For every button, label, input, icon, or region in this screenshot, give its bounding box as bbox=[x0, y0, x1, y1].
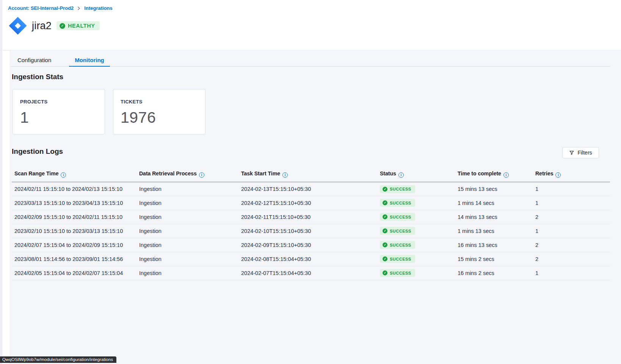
breadcrumb-integrations-link[interactable]: Integrations bbox=[84, 5, 112, 11]
stat-card-tickets: TICKETS 1976 bbox=[113, 89, 205, 134]
browser-link-preview: QwqOSllWp9ob7w/module/sei/configuration/… bbox=[0, 356, 116, 363]
cell-status: ✓ SUCCESS bbox=[380, 182, 458, 196]
check-icon: ✓ bbox=[60, 23, 65, 29]
status-success-badge: ✓ SUCCESS bbox=[380, 255, 415, 263]
cell-data-retrieval-process: Ingestion bbox=[139, 266, 241, 280]
cell-time-to-complete: 16 mins 2 secs bbox=[458, 266, 535, 280]
cell-task-start-time: 2024-02-09T15:15:10+05:30 bbox=[241, 238, 380, 252]
ingestion-stats-heading: Ingestion Stats bbox=[12, 73, 63, 81]
status-success-badge: ✓ SUCCESS bbox=[380, 185, 415, 193]
integration-title-row: jira2 ✓ HEALTHY bbox=[8, 15, 100, 36]
cell-scan-range-time: 2024/02/09 15:15:10 to 2024/02/11 15:15:… bbox=[12, 210, 139, 224]
cell-task-start-time: 2024-02-07T15:15:04+05:30 bbox=[241, 266, 380, 280]
cell-scan-range-time: 2024/02/07 15:15:04 to 2024/02/09 15:15:… bbox=[12, 238, 139, 252]
health-status-badge: ✓ HEALTHY bbox=[56, 21, 100, 30]
filters-button-label: Filters bbox=[577, 150, 592, 156]
status-text: SUCCESS bbox=[390, 187, 411, 191]
cell-time-to-complete: 1 mins 13 secs bbox=[458, 224, 535, 238]
cell-data-retrieval-process: Ingestion bbox=[139, 238, 241, 252]
col-task-start-time: Task Start Timei bbox=[241, 167, 380, 182]
stat-card-value: 1 bbox=[20, 109, 105, 127]
collapsed-nav-edge bbox=[0, 0, 2, 364]
logs-table-header-row: Scan Range Timei Data Retrieval Processi… bbox=[12, 167, 610, 182]
status-text: SUCCESS bbox=[390, 243, 411, 247]
cell-scan-range-time: 2023/02/10 15:15:10 to 2023/03/13 15:15:… bbox=[12, 224, 139, 238]
stat-card-projects: PROJECTS 1 bbox=[13, 89, 105, 134]
log-table-row: 2024/02/11 15:15:10 to 2024/02/13 15:15:… bbox=[12, 182, 610, 196]
status-text: SUCCESS bbox=[390, 215, 411, 219]
col-status: Statusi bbox=[380, 167, 458, 182]
jira-logo-icon bbox=[8, 16, 28, 36]
col-label: Scan Range Time bbox=[14, 170, 58, 177]
cell-time-to-complete: 15 mins 2 secs bbox=[458, 252, 535, 266]
cell-status: ✓ SUCCESS bbox=[380, 224, 458, 238]
filters-button[interactable]: Filters bbox=[562, 147, 599, 158]
check-icon: ✓ bbox=[383, 214, 387, 219]
integration-name: jira2 bbox=[32, 20, 52, 32]
breadcrumb: Account: SEI-Internal-Prod2 Integrations bbox=[8, 5, 113, 11]
log-table-row: 2023/02/10 15:15:10 to 2023/03/13 15:15:… bbox=[12, 224, 610, 238]
info-icon[interactable]: i bbox=[61, 172, 66, 178]
chevron-right-icon bbox=[77, 6, 81, 10]
cell-retries: 2 bbox=[535, 210, 610, 224]
cell-data-retrieval-process: Ingestion bbox=[139, 182, 241, 196]
cell-retries: 1 bbox=[535, 266, 610, 280]
cell-data-retrieval-process: Ingestion bbox=[139, 252, 241, 266]
log-table-row: 2024/02/07 15:15:04 to 2024/02/09 15:15:… bbox=[12, 238, 610, 252]
check-icon: ✓ bbox=[383, 270, 387, 275]
cell-task-start-time: 2024-02-12T15:15:10+05:30 bbox=[241, 196, 380, 210]
col-label: Data Retrieval Process bbox=[139, 170, 197, 177]
log-table-row: 2024/02/05 15:15:04 to 2024/02/07 15:15:… bbox=[12, 266, 610, 280]
col-time-to-complete: Time to completei bbox=[458, 167, 535, 182]
filter-funnel-icon bbox=[569, 150, 574, 155]
cell-status: ✓ SUCCESS bbox=[380, 266, 458, 280]
info-icon[interactable]: i bbox=[199, 172, 204, 178]
status-text: SUCCESS bbox=[390, 201, 411, 205]
cell-data-retrieval-process: Ingestion bbox=[139, 224, 241, 238]
cell-retries: 1 bbox=[535, 224, 610, 238]
cell-retries: 2 bbox=[535, 238, 610, 252]
col-retries: Retriesi bbox=[535, 167, 610, 182]
info-icon[interactable]: i bbox=[555, 172, 561, 178]
log-table-row: 2023/03/13 15:15:10 to 2023/04/13 15:15:… bbox=[12, 196, 610, 210]
cell-retries: 2 bbox=[535, 252, 610, 266]
breadcrumb-account-link[interactable]: Account: SEI-Internal-Prod2 bbox=[8, 5, 74, 11]
health-status-text: HEALTHY bbox=[68, 23, 95, 29]
content-left-gutter bbox=[2, 51, 10, 364]
logs-table-body: 2024/02/11 15:15:10 to 2024/02/13 15:15:… bbox=[12, 182, 610, 280]
cell-status: ✓ SUCCESS bbox=[380, 210, 458, 224]
check-icon: ✓ bbox=[383, 256, 387, 261]
status-text: SUCCESS bbox=[390, 229, 411, 233]
status-success-badge: ✓ SUCCESS bbox=[380, 213, 415, 221]
check-icon: ✓ bbox=[383, 228, 387, 233]
check-icon: ✓ bbox=[383, 242, 387, 247]
status-success-badge: ✓ SUCCESS bbox=[380, 241, 415, 249]
status-success-badge: ✓ SUCCESS bbox=[380, 227, 415, 235]
cell-time-to-complete: 14 mins 13 secs bbox=[458, 210, 535, 224]
tab-configuration[interactable]: Configuration bbox=[12, 54, 57, 67]
tab-bar: Configuration Monitoring bbox=[11, 54, 610, 67]
col-label: Status bbox=[380, 170, 396, 177]
cell-scan-range-time: 2024/02/11 15:15:10 to 2024/02/13 15:15:… bbox=[12, 182, 139, 196]
cell-task-start-time: 2024-02-11T15:15:10+05:30 bbox=[241, 210, 380, 224]
cell-scan-range-time: 2024/02/05 15:15:04 to 2024/02/07 15:15:… bbox=[12, 266, 139, 280]
col-label: Time to complete bbox=[458, 170, 501, 177]
log-table-row: 2024/02/09 15:15:10 to 2024/02/11 15:15:… bbox=[12, 210, 610, 224]
cell-time-to-complete: 1 mins 14 secs bbox=[458, 196, 535, 210]
status-text: SUCCESS bbox=[390, 271, 411, 275]
col-data-retrieval-process: Data Retrieval Processi bbox=[139, 167, 241, 182]
check-icon: ✓ bbox=[383, 200, 387, 205]
stat-card-value: 1976 bbox=[121, 109, 205, 127]
info-icon[interactable]: i bbox=[503, 172, 509, 178]
cell-scan-range-time: 2023/08/01 15:14:56 to 2023/09/01 15:14:… bbox=[12, 252, 139, 266]
ingestion-logs-heading: Ingestion Logs bbox=[12, 147, 63, 156]
info-icon[interactable]: i bbox=[282, 172, 288, 178]
cell-time-to-complete: 16 mins 13 secs bbox=[458, 238, 535, 252]
cell-status: ✓ SUCCESS bbox=[380, 238, 458, 252]
status-text: SUCCESS bbox=[390, 257, 411, 261]
cell-scan-range-time: 2023/03/13 15:15:10 to 2023/04/13 15:15:… bbox=[12, 196, 139, 210]
info-icon[interactable]: i bbox=[398, 172, 404, 178]
cell-data-retrieval-process: Ingestion bbox=[139, 196, 241, 210]
cell-time-to-complete: 15 mins 13 secs bbox=[458, 182, 535, 196]
tab-monitoring[interactable]: Monitoring bbox=[69, 54, 110, 67]
